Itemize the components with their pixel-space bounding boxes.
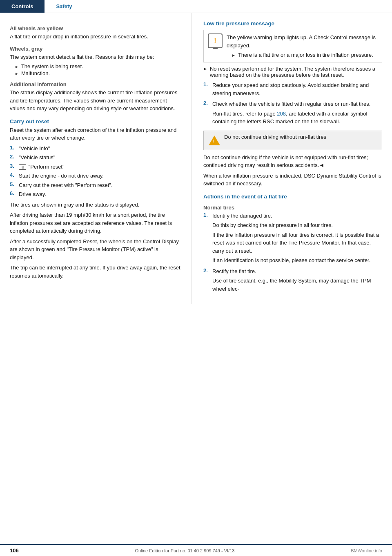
body-all-wheels: A flat tire or major drop in inflation p…: [10, 33, 182, 41]
right-column: Low tire pressure message ! The yellow w…: [192, 13, 392, 304]
heading-wheels-gray: Wheels, gray: [10, 46, 182, 52]
carry-steps-list: 1. "Vehicle Info" 2. "Vehicle status" 3.…: [10, 145, 182, 198]
inflation-text: When a low inflation pressure is indicat…: [203, 172, 382, 188]
carry-step-2: 2. "Vehicle status": [10, 153, 182, 162]
step-num: 1.: [10, 145, 19, 151]
step-text: ⎗ "Perform reset": [19, 163, 182, 171]
bullet-text: Malfunction.: [21, 70, 50, 76]
bullet-arrow-icon: ►: [15, 64, 19, 69]
step-text: Drive away.: [19, 190, 182, 198]
bullet-arrow-icon: ►: [203, 67, 207, 71]
step-content: Rectify the flat tire. Use of tire seala…: [212, 267, 382, 295]
heading-actions-flat: Actions in the event of a flat tire: [203, 193, 382, 200]
carry-step-5: 5. Carry out the reset with "Perform res…: [10, 181, 182, 189]
main-content: All wheels are yellow A flat tire or maj…: [0, 13, 392, 304]
step-num: 2.: [10, 153, 19, 160]
after-steps-3: After a successfully completed Reset, th…: [10, 238, 182, 262]
after-steps-1: The tires are shown in gray and the stat…: [10, 201, 182, 209]
run-flat-text-part1: Run-flat tires, refer to page: [212, 111, 277, 117]
step-text: Start the engine - do not drive away.: [19, 172, 182, 180]
heading-low-pressure: Low tire pressure message: [203, 20, 382, 27]
caution-body: Do not continue driving if the vehicle i…: [203, 153, 382, 169]
carry-step-6: 6. Drive away.: [10, 190, 182, 198]
step-content: Check whether the vehicle is fitted with…: [212, 100, 382, 127]
step-num: 2.: [203, 100, 212, 106]
bullet-no-reset: ► No reset was performed for the system.…: [203, 66, 382, 78]
action-step-1: 1. Identify the damaged tire. Do this by…: [203, 212, 382, 266]
low-pressure-step-2: 2. Check whether the vehicle is fitted w…: [203, 100, 382, 127]
warning-bullet-text: There is a flat tire or a major loss in …: [238, 52, 373, 58]
heading-all-wheels: All wheels are yellow: [10, 25, 182, 31]
bullet-arrow-icon: ►: [232, 53, 236, 58]
step-num: 5.: [10, 181, 19, 187]
step-num: 1.: [203, 212, 212, 218]
triangle-shape: [209, 136, 220, 145]
after-steps-2: After driving faster than 19 mph/30 km/h…: [10, 211, 182, 235]
heading-additional: Additional information: [10, 81, 182, 87]
bullet-malfunction: ► Malfunction.: [10, 70, 182, 76]
carry-step-3: 3. ⎗ "Perform reset": [10, 163, 182, 171]
step-text: "Vehicle Info": [19, 145, 182, 153]
header-tabs: Controls Safety: [0, 0, 392, 13]
after-steps-4: The trip can be interrupted at any time.…: [10, 264, 182, 280]
page-link-208[interactable]: 208: [277, 111, 286, 117]
step-num: 1.: [203, 81, 212, 87]
bullet-system-reset: ► The system is being reset.: [10, 63, 182, 69]
step-text: Carry out the reset with "Perform reset"…: [19, 181, 182, 189]
body-additional: The status display additionally shows th…: [10, 89, 182, 113]
bullet-no-reset-text: No reset was performed for the system. T…: [210, 66, 382, 78]
caution-text: Do not continue driving without run-flat…: [224, 134, 326, 140]
tab-controls[interactable]: Controls: [0, 0, 45, 13]
low-pressure-step-1: 1. Reduce your speed and stop cautiously…: [203, 81, 382, 99]
body-carry-intro: Reset the system after each correction o…: [10, 126, 182, 142]
body-wheels-gray: The system cannot detect a flat tire. Re…: [10, 53, 182, 61]
warning-text: The yellow warning lamp lights up. A Che…: [227, 33, 378, 49]
bullet-arrow-icon: ►: [15, 71, 19, 76]
left-column: All wheels are yellow A flat tire or maj…: [0, 13, 192, 304]
tab-safety[interactable]: Safety: [45, 0, 83, 13]
exclamation-warning-icon: !: [208, 33, 223, 48]
step-num: 4.: [10, 172, 19, 178]
action-step-2: 2. Rectify the flat tire. Use of tire se…: [203, 267, 382, 295]
footer-logo: BMWonline.info: [351, 548, 382, 553]
part-info: Online Edition for Part no. 01 40 2 909 …: [135, 548, 234, 553]
step-num: 3.: [10, 163, 19, 169]
actions-steps: 1. Identify the damaged tire. Do this by…: [203, 212, 382, 295]
page-number: 106: [10, 547, 19, 554]
bullet-text: The system is being reset.: [21, 63, 83, 69]
perform-reset-icon: ⎗: [19, 164, 26, 170]
step-content: Reduce your speed and stop cautiously. A…: [212, 81, 382, 99]
triangle-warning-icon: [208, 134, 221, 147]
step-num: 6.: [10, 190, 19, 196]
warning-text-content: The yellow warning lamp lights up. A Che…: [227, 33, 378, 59]
footer: 106 Online Edition for Part no. 01 40 2 …: [0, 544, 392, 556]
heading-carry-reset: Carry out reset: [10, 118, 182, 125]
warning-bullet: ► There is a flat tire or a major loss i…: [227, 52, 378, 58]
sub-heading-normal-tires: Normal tires: [203, 205, 382, 211]
carry-step-1: 1. "Vehicle Info": [10, 145, 182, 153]
low-pressure-steps: 1. Reduce your speed and stop cautiously…: [203, 81, 382, 127]
step-content: Identify the damaged tire. Do this by ch…: [212, 212, 382, 266]
caution-box: Do not continue driving without run-flat…: [203, 131, 382, 150]
carry-step-4: 4. Start the engine - do not drive away.: [10, 172, 182, 180]
low-pressure-warning-box: ! The yellow warning lamp lights up. A C…: [203, 30, 382, 62]
step-num: 2.: [203, 267, 212, 274]
step-text: "Vehicle status": [19, 153, 182, 162]
